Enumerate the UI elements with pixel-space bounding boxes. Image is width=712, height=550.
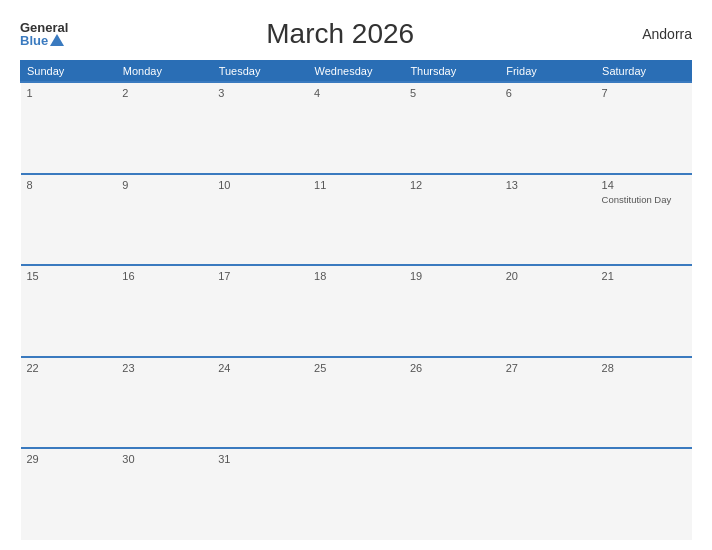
day-number: 9 [122, 179, 206, 191]
day-number: 15 [27, 270, 111, 282]
day-cell: 21 [596, 265, 692, 357]
day-cell: 10 [212, 174, 308, 266]
day-cell: 12 [404, 174, 500, 266]
day-cell: 9 [116, 174, 212, 266]
day-number: 5 [410, 87, 494, 99]
day-cell: 4 [308, 82, 404, 174]
day-number: 10 [218, 179, 302, 191]
day-cell: 1 [21, 82, 117, 174]
day-number: 19 [410, 270, 494, 282]
day-number: 11 [314, 179, 398, 191]
col-thursday: Thursday [404, 61, 500, 83]
day-cell: 27 [500, 357, 596, 449]
day-number: 30 [122, 453, 206, 465]
calendar-page: General Blue March 2026 Andorra Sunday M… [0, 0, 712, 550]
day-cell: 15 [21, 265, 117, 357]
day-cell: 23 [116, 357, 212, 449]
col-tuesday: Tuesday [212, 61, 308, 83]
day-cell: 29 [21, 448, 117, 540]
day-cell: 14Constitution Day [596, 174, 692, 266]
day-cell [404, 448, 500, 540]
day-cell: 16 [116, 265, 212, 357]
week-row-4: 22232425262728 [21, 357, 692, 449]
week-row-2: 891011121314Constitution Day [21, 174, 692, 266]
week-row-5: 293031 [21, 448, 692, 540]
event-label: Constitution Day [602, 194, 686, 205]
day-cell: 28 [596, 357, 692, 449]
day-cell: 13 [500, 174, 596, 266]
calendar-table: Sunday Monday Tuesday Wednesday Thursday… [20, 60, 692, 540]
day-number: 8 [27, 179, 111, 191]
day-number: 3 [218, 87, 302, 99]
col-wednesday: Wednesday [308, 61, 404, 83]
day-cell: 11 [308, 174, 404, 266]
logo-triangle-icon [50, 34, 64, 46]
day-number: 1 [27, 87, 111, 99]
day-number: 18 [314, 270, 398, 282]
day-number: 23 [122, 362, 206, 374]
day-number: 31 [218, 453, 302, 465]
col-sunday: Sunday [21, 61, 117, 83]
day-cell: 22 [21, 357, 117, 449]
day-number: 12 [410, 179, 494, 191]
day-cell: 31 [212, 448, 308, 540]
day-number: 14 [602, 179, 686, 191]
calendar-title: March 2026 [68, 18, 612, 50]
col-monday: Monday [116, 61, 212, 83]
day-cell: 3 [212, 82, 308, 174]
day-number: 4 [314, 87, 398, 99]
col-friday: Friday [500, 61, 596, 83]
day-cell [596, 448, 692, 540]
day-cell: 30 [116, 448, 212, 540]
day-number: 29 [27, 453, 111, 465]
col-saturday: Saturday [596, 61, 692, 83]
day-cell: 25 [308, 357, 404, 449]
header-row: Sunday Monday Tuesday Wednesday Thursday… [21, 61, 692, 83]
logo-blue-text: Blue [20, 34, 68, 47]
region-label: Andorra [612, 26, 692, 42]
day-number: 2 [122, 87, 206, 99]
day-number: 7 [602, 87, 686, 99]
day-number: 25 [314, 362, 398, 374]
day-number: 27 [506, 362, 590, 374]
day-number: 17 [218, 270, 302, 282]
day-number: 21 [602, 270, 686, 282]
day-cell: 7 [596, 82, 692, 174]
day-number: 13 [506, 179, 590, 191]
day-number: 20 [506, 270, 590, 282]
day-cell: 5 [404, 82, 500, 174]
day-number: 22 [27, 362, 111, 374]
day-number: 26 [410, 362, 494, 374]
day-number: 6 [506, 87, 590, 99]
day-cell: 26 [404, 357, 500, 449]
day-cell: 8 [21, 174, 117, 266]
day-cell: 19 [404, 265, 500, 357]
logo: General Blue [20, 21, 68, 47]
day-number: 16 [122, 270, 206, 282]
week-row-3: 15161718192021 [21, 265, 692, 357]
day-cell: 18 [308, 265, 404, 357]
week-row-1: 1234567 [21, 82, 692, 174]
calendar-header: General Blue March 2026 Andorra [20, 18, 692, 50]
day-cell: 20 [500, 265, 596, 357]
day-cell: 24 [212, 357, 308, 449]
day-cell: 2 [116, 82, 212, 174]
day-number: 24 [218, 362, 302, 374]
day-number: 28 [602, 362, 686, 374]
day-cell [308, 448, 404, 540]
day-cell: 17 [212, 265, 308, 357]
day-cell [500, 448, 596, 540]
day-cell: 6 [500, 82, 596, 174]
